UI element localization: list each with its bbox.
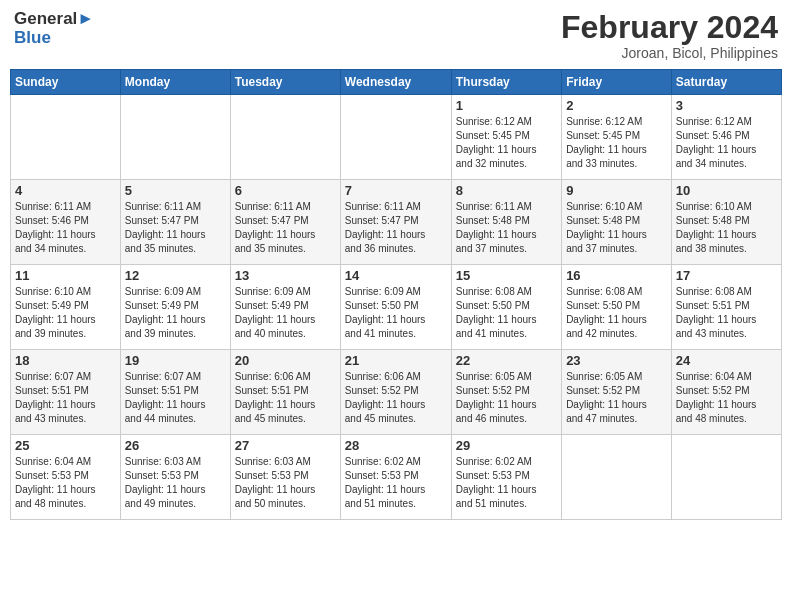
day-number: 27 xyxy=(235,438,336,453)
header-cell-tuesday: Tuesday xyxy=(230,70,340,95)
calendar-table: SundayMondayTuesdayWednesdayThursdayFrid… xyxy=(10,69,782,520)
day-number: 25 xyxy=(15,438,116,453)
day-number: 13 xyxy=(235,268,336,283)
day-cell: 7Sunrise: 6:11 AM Sunset: 5:47 PM Daylig… xyxy=(340,180,451,265)
day-cell: 19Sunrise: 6:07 AM Sunset: 5:51 PM Dayli… xyxy=(120,350,230,435)
day-number: 3 xyxy=(676,98,777,113)
day-info: Sunrise: 6:05 AM Sunset: 5:52 PM Dayligh… xyxy=(456,370,557,426)
day-number: 14 xyxy=(345,268,447,283)
day-number: 15 xyxy=(456,268,557,283)
day-cell: 2Sunrise: 6:12 AM Sunset: 5:45 PM Daylig… xyxy=(562,95,672,180)
header-cell-sunday: Sunday xyxy=(11,70,121,95)
day-number: 11 xyxy=(15,268,116,283)
day-info: Sunrise: 6:10 AM Sunset: 5:48 PM Dayligh… xyxy=(566,200,667,256)
day-cell: 5Sunrise: 6:11 AM Sunset: 5:47 PM Daylig… xyxy=(120,180,230,265)
day-number: 4 xyxy=(15,183,116,198)
day-number: 17 xyxy=(676,268,777,283)
day-info: Sunrise: 6:08 AM Sunset: 5:50 PM Dayligh… xyxy=(456,285,557,341)
day-cell xyxy=(11,95,121,180)
header-cell-thursday: Thursday xyxy=(451,70,561,95)
day-cell: 22Sunrise: 6:05 AM Sunset: 5:52 PM Dayli… xyxy=(451,350,561,435)
week-row-5: 25Sunrise: 6:04 AM Sunset: 5:53 PM Dayli… xyxy=(11,435,782,520)
day-cell xyxy=(671,435,781,520)
day-cell: 18Sunrise: 6:07 AM Sunset: 5:51 PM Dayli… xyxy=(11,350,121,435)
day-number: 6 xyxy=(235,183,336,198)
day-cell: 28Sunrise: 6:02 AM Sunset: 5:53 PM Dayli… xyxy=(340,435,451,520)
day-info: Sunrise: 6:11 AM Sunset: 5:47 PM Dayligh… xyxy=(125,200,226,256)
day-info: Sunrise: 6:02 AM Sunset: 5:53 PM Dayligh… xyxy=(345,455,447,511)
day-number: 9 xyxy=(566,183,667,198)
day-cell: 14Sunrise: 6:09 AM Sunset: 5:50 PM Dayli… xyxy=(340,265,451,350)
day-cell xyxy=(340,95,451,180)
day-number: 29 xyxy=(456,438,557,453)
day-cell: 11Sunrise: 6:10 AM Sunset: 5:49 PM Dayli… xyxy=(11,265,121,350)
day-cell: 15Sunrise: 6:08 AM Sunset: 5:50 PM Dayli… xyxy=(451,265,561,350)
day-cell: 9Sunrise: 6:10 AM Sunset: 5:48 PM Daylig… xyxy=(562,180,672,265)
day-info: Sunrise: 6:08 AM Sunset: 5:51 PM Dayligh… xyxy=(676,285,777,341)
day-info: Sunrise: 6:06 AM Sunset: 5:52 PM Dayligh… xyxy=(345,370,447,426)
day-info: Sunrise: 6:03 AM Sunset: 5:53 PM Dayligh… xyxy=(235,455,336,511)
day-cell: 16Sunrise: 6:08 AM Sunset: 5:50 PM Dayli… xyxy=(562,265,672,350)
day-info: Sunrise: 6:08 AM Sunset: 5:50 PM Dayligh… xyxy=(566,285,667,341)
day-info: Sunrise: 6:09 AM Sunset: 5:50 PM Dayligh… xyxy=(345,285,447,341)
day-cell: 25Sunrise: 6:04 AM Sunset: 5:53 PM Dayli… xyxy=(11,435,121,520)
day-number: 8 xyxy=(456,183,557,198)
day-info: Sunrise: 6:10 AM Sunset: 5:48 PM Dayligh… xyxy=(676,200,777,256)
header-cell-monday: Monday xyxy=(120,70,230,95)
day-number: 28 xyxy=(345,438,447,453)
day-cell: 27Sunrise: 6:03 AM Sunset: 5:53 PM Dayli… xyxy=(230,435,340,520)
day-cell: 8Sunrise: 6:11 AM Sunset: 5:48 PM Daylig… xyxy=(451,180,561,265)
day-number: 16 xyxy=(566,268,667,283)
day-cell: 3Sunrise: 6:12 AM Sunset: 5:46 PM Daylig… xyxy=(671,95,781,180)
day-number: 19 xyxy=(125,353,226,368)
day-info: Sunrise: 6:11 AM Sunset: 5:48 PM Dayligh… xyxy=(456,200,557,256)
day-number: 23 xyxy=(566,353,667,368)
day-cell: 12Sunrise: 6:09 AM Sunset: 5:49 PM Dayli… xyxy=(120,265,230,350)
day-number: 1 xyxy=(456,98,557,113)
day-info: Sunrise: 6:10 AM Sunset: 5:49 PM Dayligh… xyxy=(15,285,116,341)
day-cell: 23Sunrise: 6:05 AM Sunset: 5:52 PM Dayli… xyxy=(562,350,672,435)
day-info: Sunrise: 6:06 AM Sunset: 5:51 PM Dayligh… xyxy=(235,370,336,426)
day-cell: 21Sunrise: 6:06 AM Sunset: 5:52 PM Dayli… xyxy=(340,350,451,435)
header-cell-friday: Friday xyxy=(562,70,672,95)
day-info: Sunrise: 6:09 AM Sunset: 5:49 PM Dayligh… xyxy=(235,285,336,341)
day-number: 24 xyxy=(676,353,777,368)
day-cell: 13Sunrise: 6:09 AM Sunset: 5:49 PM Dayli… xyxy=(230,265,340,350)
day-cell: 1Sunrise: 6:12 AM Sunset: 5:45 PM Daylig… xyxy=(451,95,561,180)
day-number: 20 xyxy=(235,353,336,368)
day-number: 21 xyxy=(345,353,447,368)
header-row: SundayMondayTuesdayWednesdayThursdayFrid… xyxy=(11,70,782,95)
day-info: Sunrise: 6:07 AM Sunset: 5:51 PM Dayligh… xyxy=(15,370,116,426)
week-row-3: 11Sunrise: 6:10 AM Sunset: 5:49 PM Dayli… xyxy=(11,265,782,350)
day-info: Sunrise: 6:04 AM Sunset: 5:53 PM Dayligh… xyxy=(15,455,116,511)
day-info: Sunrise: 6:12 AM Sunset: 5:45 PM Dayligh… xyxy=(456,115,557,171)
day-cell: 29Sunrise: 6:02 AM Sunset: 5:53 PM Dayli… xyxy=(451,435,561,520)
day-cell xyxy=(562,435,672,520)
day-cell: 26Sunrise: 6:03 AM Sunset: 5:53 PM Dayli… xyxy=(120,435,230,520)
day-cell: 17Sunrise: 6:08 AM Sunset: 5:51 PM Dayli… xyxy=(671,265,781,350)
day-info: Sunrise: 6:12 AM Sunset: 5:46 PM Dayligh… xyxy=(676,115,777,171)
day-info: Sunrise: 6:09 AM Sunset: 5:49 PM Dayligh… xyxy=(125,285,226,341)
month-year: February 2024 xyxy=(561,10,778,45)
day-number: 22 xyxy=(456,353,557,368)
page-header: General► Blue February 2024 Joroan, Bico… xyxy=(10,10,782,61)
day-info: Sunrise: 6:05 AM Sunset: 5:52 PM Dayligh… xyxy=(566,370,667,426)
day-info: Sunrise: 6:11 AM Sunset: 5:46 PM Dayligh… xyxy=(15,200,116,256)
day-cell xyxy=(230,95,340,180)
day-cell: 10Sunrise: 6:10 AM Sunset: 5:48 PM Dayli… xyxy=(671,180,781,265)
day-number: 18 xyxy=(15,353,116,368)
day-number: 12 xyxy=(125,268,226,283)
day-info: Sunrise: 6:02 AM Sunset: 5:53 PM Dayligh… xyxy=(456,455,557,511)
day-info: Sunrise: 6:12 AM Sunset: 5:45 PM Dayligh… xyxy=(566,115,667,171)
title-block: February 2024 Joroan, Bicol, Philippines xyxy=(561,10,778,61)
day-info: Sunrise: 6:11 AM Sunset: 5:47 PM Dayligh… xyxy=(235,200,336,256)
day-cell: 20Sunrise: 6:06 AM Sunset: 5:51 PM Dayli… xyxy=(230,350,340,435)
day-number: 26 xyxy=(125,438,226,453)
day-cell: 24Sunrise: 6:04 AM Sunset: 5:52 PM Dayli… xyxy=(671,350,781,435)
week-row-4: 18Sunrise: 6:07 AM Sunset: 5:51 PM Dayli… xyxy=(11,350,782,435)
day-number: 2 xyxy=(566,98,667,113)
location: Joroan, Bicol, Philippines xyxy=(561,45,778,61)
day-info: Sunrise: 6:04 AM Sunset: 5:52 PM Dayligh… xyxy=(676,370,777,426)
day-cell xyxy=(120,95,230,180)
day-info: Sunrise: 6:11 AM Sunset: 5:47 PM Dayligh… xyxy=(345,200,447,256)
